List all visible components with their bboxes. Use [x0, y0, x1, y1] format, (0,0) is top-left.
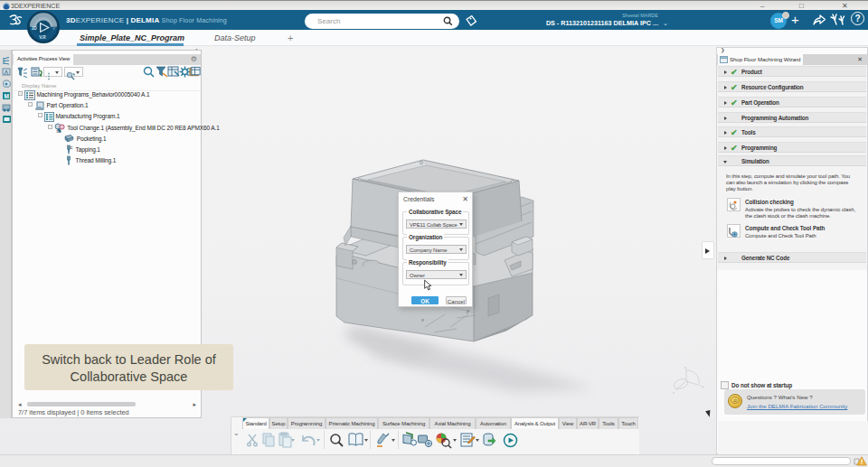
- svg-text:V.R: V.R: [39, 35, 46, 40]
- svg-text:M: M: [5, 93, 9, 99]
- svg-text:y: y: [702, 384, 703, 388]
- svg-text:x: x: [673, 390, 675, 395]
- svg-text:3D: 3D: [32, 26, 38, 31]
- svg-text:c: c: [71, 145, 73, 150]
- svg-text:z: z: [684, 366, 686, 369]
